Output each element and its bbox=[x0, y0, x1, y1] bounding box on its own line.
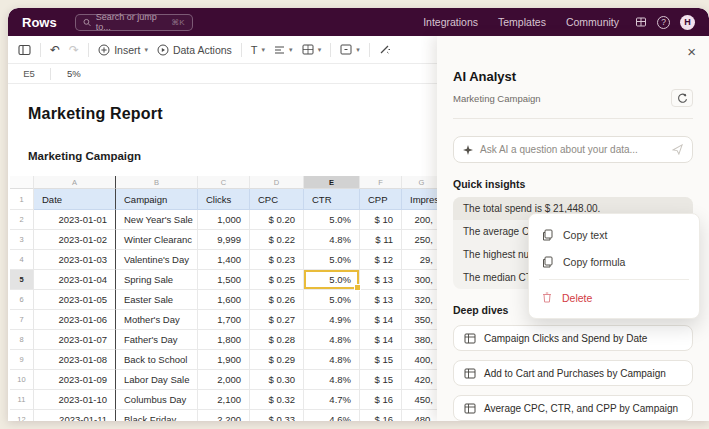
cell-cpc[interactable]: $ 0.23 bbox=[250, 250, 304, 270]
cell-date[interactable]: 2023-01-08 bbox=[34, 350, 116, 370]
cell-clicks[interactable]: 1,700 bbox=[198, 310, 250, 330]
row-number[interactable]: 5 bbox=[10, 270, 34, 290]
row-number[interactable]: 7 bbox=[10, 310, 34, 330]
cell-date[interactable]: 2023-01-11 bbox=[34, 410, 116, 421]
cell-cpc[interactable]: $ 0.30 bbox=[250, 370, 304, 390]
deep-dive-button[interactable]: Add to Cart and Purchases by Campaign bbox=[453, 360, 693, 386]
column-header-cell[interactable]: Campaign bbox=[116, 189, 198, 210]
avatar[interactable]: H bbox=[680, 15, 695, 30]
column-letter[interactable]: D bbox=[250, 176, 304, 189]
cell-cpp[interactable]: $ 15 bbox=[360, 370, 402, 390]
cell-cpc[interactable]: $ 0.32 bbox=[250, 390, 304, 410]
row-number[interactable]: 3 bbox=[10, 230, 34, 250]
close-icon[interactable]: × bbox=[687, 44, 696, 59]
cell-campaign[interactable]: Winter Clearanc bbox=[116, 230, 198, 250]
formula-input[interactable]: 5% bbox=[51, 68, 81, 79]
cell-date[interactable]: 2023-01-06 bbox=[34, 310, 116, 330]
cell-cpp[interactable]: $ 10 bbox=[360, 210, 402, 230]
cell-date[interactable]: 2023-01-03 bbox=[34, 250, 116, 270]
nav-integrations[interactable]: Integrations bbox=[423, 16, 478, 28]
cell-impressions[interactable]: 380, bbox=[402, 330, 437, 350]
row-number[interactable]: 1 bbox=[10, 189, 34, 210]
cell-date[interactable]: 2023-01-09 bbox=[34, 370, 116, 390]
cell-campaign[interactable]: Black Friday bbox=[116, 410, 198, 421]
column-header-cell[interactable]: CTR bbox=[304, 189, 360, 210]
cell-clicks[interactable]: 9,999 bbox=[198, 230, 250, 250]
cell-cpp[interactable]: $ 15 bbox=[360, 350, 402, 370]
cell-ctr[interactable]: 5.0% bbox=[304, 270, 360, 290]
cell-ctr[interactable]: 4.8% bbox=[304, 350, 360, 370]
cell-ctr[interactable]: 4.8% bbox=[304, 230, 360, 250]
cell-ctr[interactable]: 4.6% bbox=[304, 410, 360, 421]
cell-ctr[interactable]: 4.8% bbox=[304, 330, 360, 350]
cell-cpp[interactable]: $ 13 bbox=[360, 290, 402, 310]
cell-clicks[interactable]: 1,400 bbox=[198, 250, 250, 270]
cell-cpc[interactable]: $ 0.26 bbox=[250, 290, 304, 310]
cell-campaign[interactable]: Columbus Day bbox=[116, 390, 198, 410]
borders-button[interactable]: ▾ bbox=[302, 44, 322, 55]
cell-clicks[interactable]: 2,000 bbox=[198, 370, 250, 390]
cell-ctr[interactable]: 5.0% bbox=[304, 210, 360, 230]
column-letter[interactable]: C bbox=[198, 176, 250, 189]
cell-clicks[interactable]: 1,600 bbox=[198, 290, 250, 310]
search-input[interactable]: Search or jump to... ⌘K bbox=[75, 14, 193, 31]
cell-campaign[interactable]: Labor Day Sale bbox=[116, 370, 198, 390]
row-number[interactable]: 4 bbox=[10, 250, 34, 270]
cell-campaign[interactable]: Spring Sale bbox=[116, 270, 198, 290]
cell-clicks[interactable]: 1,000 bbox=[198, 210, 250, 230]
cell-campaign[interactable]: Father's Day bbox=[116, 330, 198, 350]
cell-impressions[interactable]: 480, bbox=[402, 410, 437, 421]
cell-cpc[interactable]: $ 0.33 bbox=[250, 410, 304, 421]
cell-date[interactable]: 2023-01-01 bbox=[34, 210, 116, 230]
cell-ctr[interactable]: 4.9% bbox=[304, 310, 360, 330]
cell-cpp[interactable]: $ 16 bbox=[360, 390, 402, 410]
cell-cpp[interactable]: $ 12 bbox=[360, 250, 402, 270]
rows-logo[interactable]: Rows bbox=[22, 15, 57, 30]
row-number[interactable]: 11 bbox=[10, 390, 34, 410]
cell-clicks[interactable]: 1,800 bbox=[198, 330, 250, 350]
cell-ctr[interactable]: 4.8% bbox=[304, 370, 360, 390]
insert-button[interactable]: Insert ▾ bbox=[98, 44, 148, 56]
cell-cpc[interactable]: $ 0.22 bbox=[250, 230, 304, 250]
data-actions-button[interactable]: Data Actions bbox=[157, 44, 232, 56]
cell-clicks[interactable]: 1,900 bbox=[198, 350, 250, 370]
row-number[interactable]: 8 bbox=[10, 330, 34, 350]
cell-campaign[interactable]: Back to School bbox=[116, 350, 198, 370]
align-button[interactable]: ▾ bbox=[274, 45, 293, 55]
sheet-canvas[interactable]: Marketing Report Marketing Campaign A B … bbox=[8, 84, 437, 421]
cell-impressions[interactable]: 300, bbox=[402, 270, 437, 290]
undo-icon[interactable]: ↶ bbox=[50, 43, 60, 57]
column-letter[interactable]: G bbox=[402, 176, 437, 189]
row-number[interactable]: 10 bbox=[10, 370, 34, 390]
cell-impressions[interactable]: 420, bbox=[402, 370, 437, 390]
cell-clicks[interactable]: 2,200 bbox=[198, 410, 250, 421]
cell-impressions[interactable]: 250, bbox=[402, 230, 437, 250]
row-number[interactable]: 9 bbox=[10, 350, 34, 370]
help-icon[interactable]: ? bbox=[657, 16, 670, 29]
deep-dive-button[interactable]: Campaign Clicks and Spend by Date bbox=[453, 325, 693, 351]
cell-cpc[interactable]: $ 0.27 bbox=[250, 310, 304, 330]
cell-ctr[interactable]: 4.7% bbox=[304, 390, 360, 410]
cell-cpp[interactable]: $ 14 bbox=[360, 310, 402, 330]
cell-impressions[interactable]: 400, bbox=[402, 350, 437, 370]
column-header-cell[interactable]: CPP bbox=[360, 189, 402, 210]
cell-ctr[interactable]: 5.0% bbox=[304, 290, 360, 310]
cell-date[interactable]: 2023-01-04 bbox=[34, 270, 116, 290]
column-header-cell[interactable]: Date bbox=[34, 189, 116, 210]
column-letter[interactable]: B bbox=[116, 176, 198, 189]
cell-cpp[interactable]: $ 11 bbox=[360, 230, 402, 250]
cell-clicks[interactable]: 1,500 bbox=[198, 270, 250, 290]
cell-date[interactable]: 2023-01-05 bbox=[34, 290, 116, 310]
cell-clicks[interactable]: 2,100 bbox=[198, 390, 250, 410]
menu-item-copy-text[interactable]: Copy text bbox=[529, 221, 699, 248]
cell-date[interactable]: 2023-01-07 bbox=[34, 330, 116, 350]
cell-impressions[interactable]: 450, bbox=[402, 390, 437, 410]
cell-cpc[interactable]: $ 0.28 bbox=[250, 330, 304, 350]
grid-corner[interactable] bbox=[10, 176, 34, 189]
cell-cpc[interactable]: $ 0.29 bbox=[250, 350, 304, 370]
menu-item-delete[interactable]: Delete bbox=[529, 284, 699, 311]
column-letter[interactable]: F bbox=[360, 176, 402, 189]
column-letter[interactable]: E bbox=[304, 176, 360, 189]
row-number[interactable]: 6 bbox=[10, 290, 34, 310]
column-letter[interactable]: A bbox=[34, 176, 116, 189]
